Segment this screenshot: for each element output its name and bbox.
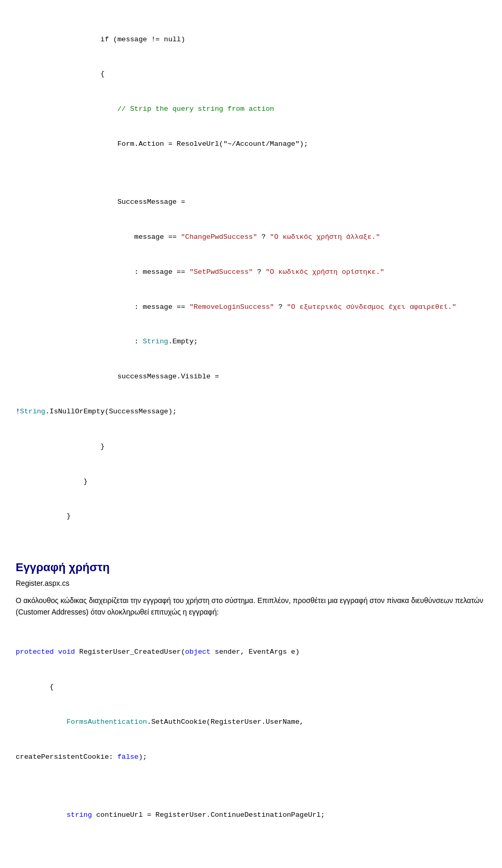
register-section-description: Ο ακόλουθος κώδικας διαχειρίζεται την εγ…	[16, 595, 486, 618]
code-main-line-2: {	[16, 681, 486, 693]
register-section-heading: Εγγραφή χρήστη	[16, 558, 486, 576]
code-line-14: }	[16, 476, 486, 488]
code-top-section: if (message != null) { // Strip the quer…	[16, 10, 486, 546]
register-section-subheading: Register.aspx.cs	[16, 577, 486, 589]
code-line-9: : message == "RemoveLoginSuccess" ? "Ο ε…	[16, 302, 486, 313]
code-line-4: Form.Action = ResolveUrl("~/Account/Mana…	[16, 138, 486, 150]
code-line-15: }	[16, 511, 486, 522]
code-line-10: : String.Empty;	[16, 336, 486, 348]
code-main-line-1: protected void RegisterUser_CreatedUser(…	[16, 646, 486, 658]
code-line-6: SuccessMessage =	[16, 196, 486, 208]
code-line-3: // Strip the query string from action	[16, 103, 486, 115]
code-line-2: {	[16, 68, 486, 80]
code-line-1: if (message != null)	[16, 34, 486, 45]
code-line-12: !String.IsNullOrEmpty(SuccessMessage);	[16, 406, 486, 418]
code-line-11: successMessage.Visible =	[16, 371, 486, 383]
code-main-line-6: string continueUrl = RegisterUser.Contin…	[16, 809, 486, 821]
code-line-8: : message == "SetPwdSuccess" ? "Ο κωδικό…	[16, 267, 486, 278]
code-main-section: protected void RegisterUser_CreatedUser(…	[16, 623, 486, 868]
code-line-13: }	[16, 441, 486, 453]
code-main-line-3: FormsAuthentication.SetAuthCookie(Regist…	[16, 716, 486, 728]
code-line-7: message == "ChangePwdSuccess" ? "Ο κωδικ…	[16, 232, 486, 243]
code-main-line-4: createPersistentCookie: false);	[16, 751, 486, 763]
